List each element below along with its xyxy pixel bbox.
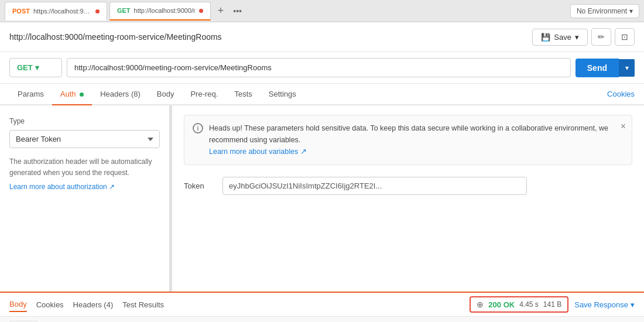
env-chevron: ▾ xyxy=(629,7,633,15)
bottom-bar: Body Cookies Headers (4) Test Results ⊕ … xyxy=(0,292,644,316)
tab-params[interactable]: Params xyxy=(9,84,52,105)
tab-body[interactable]: Body xyxy=(149,84,183,105)
save-response-chevron-icon: ▾ xyxy=(631,300,635,309)
preview-bar: Pretty Raw Preview Visualize ⇌ 🔍 xyxy=(0,316,644,322)
tab-get[interactable]: GET http://localhost:9000/r xyxy=(109,2,211,20)
bottom-tab-cookies[interactable]: Cookies xyxy=(36,298,64,311)
status-badge: ⊕ 200 OK 4.45 s 141 B xyxy=(470,296,568,313)
globe-icon: ⊕ xyxy=(477,300,484,309)
status-badge-container: ⊕ 200 OK 4.45 s 141 B Save Response ▾ xyxy=(470,296,635,313)
tab-post-method: POST xyxy=(12,8,30,15)
tab-post[interactable]: POST https://localhost:9001 xyxy=(5,2,107,20)
env-selector[interactable]: No Environment ▾ xyxy=(570,4,639,18)
send-dropdown-button[interactable]: ▾ xyxy=(619,59,635,77)
notice-text: Heads up! These parameters hold sensitiv… xyxy=(209,122,624,157)
env-label: No Environment xyxy=(577,7,627,15)
tab-add-button[interactable]: + xyxy=(213,5,229,17)
request-name-bar: http://localhost:9000/meeting-room-servi… xyxy=(0,22,644,52)
tab-bar: POST https://localhost:9001 GET http://l… xyxy=(0,0,644,22)
auth-type-select[interactable]: Bearer Token xyxy=(9,130,160,148)
tab-get-method: GET xyxy=(117,7,131,14)
notice-box: i Heads up! These parameters hold sensit… xyxy=(184,115,632,165)
tab-tests[interactable]: Tests xyxy=(226,84,260,105)
notice-learn-link[interactable]: Learn more about variables ↗ xyxy=(209,148,307,156)
bottom-tab-test-results[interactable]: Test Results xyxy=(122,298,164,311)
cookies-link[interactable]: Cookies xyxy=(607,90,635,98)
method-value: GET xyxy=(17,63,33,72)
save-response-label: Save Response xyxy=(574,300,628,309)
token-input[interactable] xyxy=(222,177,527,195)
tab-auth[interactable]: Auth xyxy=(52,84,92,105)
auth-right-panel: i Heads up! These parameters hold sensit… xyxy=(172,105,644,292)
status-code: 200 OK xyxy=(488,300,515,309)
tab-get-url: http://localhost:9000/r xyxy=(134,7,196,14)
auth-description: The authorization header will be automat… xyxy=(9,156,160,179)
url-bar: GET ▾ Send ▾ xyxy=(0,52,644,84)
tab-post-dot xyxy=(95,9,100,13)
tab-more-button[interactable]: ••• xyxy=(231,6,244,16)
notice-close-button[interactable]: × xyxy=(621,121,626,132)
copy-button[interactable]: ⊡ xyxy=(615,28,635,46)
auth-active-dot xyxy=(80,93,84,97)
method-selector[interactable]: GET ▾ xyxy=(9,58,62,77)
bottom-tab-headers[interactable]: Headers (4) xyxy=(73,298,114,311)
method-chevron-icon: ▾ xyxy=(35,63,39,72)
save-response-button[interactable]: Save Response ▾ xyxy=(574,300,635,309)
request-tabs: Params Auth Headers (8) Body Pre-req. Te… xyxy=(0,84,644,105)
save-button[interactable]: 💾 Save ▾ xyxy=(532,29,588,46)
main-content: Type Bearer Token The authorization head… xyxy=(0,105,644,292)
save-icon: 💾 xyxy=(541,33,550,42)
tab-headers[interactable]: Headers (8) xyxy=(92,84,149,105)
notice-info-icon: i xyxy=(193,123,203,133)
request-name: http://localhost:9000/meeting-room-servi… xyxy=(9,32,532,42)
tab-settings[interactable]: Settings xyxy=(261,84,304,105)
tab-pre-req[interactable]: Pre-req. xyxy=(182,84,226,105)
edit-button[interactable]: ✏ xyxy=(591,28,611,46)
auth-type-label: Type xyxy=(9,117,160,125)
tab-get-dot xyxy=(199,9,203,13)
token-row: Token xyxy=(184,177,632,195)
auth-left-panel: Type Bearer Token The authorization head… xyxy=(0,105,170,292)
status-time: 4.45 s xyxy=(519,300,539,309)
send-main-button[interactable]: Send xyxy=(576,59,619,77)
save-chevron-icon: ▾ xyxy=(575,33,579,42)
bottom-tab-body[interactable]: Body xyxy=(9,297,27,312)
status-size: 141 B xyxy=(543,300,561,309)
tab-post-url: https://localhost:9001 xyxy=(33,8,92,15)
auth-learn-link[interactable]: Learn more about authorization ↗ xyxy=(9,183,115,191)
send-button-group: Send ▾ xyxy=(576,59,635,77)
url-input[interactable] xyxy=(67,58,571,77)
token-label: Token xyxy=(184,181,213,190)
save-label: Save xyxy=(554,33,571,42)
